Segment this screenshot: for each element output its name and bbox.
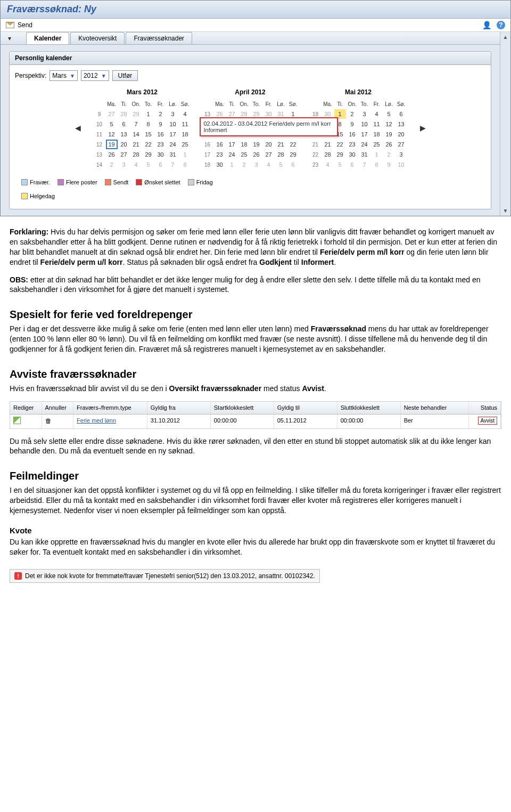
calendar-day[interactable]: 1 (226, 160, 238, 169)
calendar-day[interactable]: 26 (251, 150, 262, 159)
calendar-day[interactable]: 4 (371, 109, 383, 119)
calendar-day[interactable]: 25 (179, 140, 191, 149)
calendar-day[interactable]: 14 (130, 129, 142, 139)
calendar-day[interactable]: 19 (106, 140, 118, 149)
calendar-day[interactable]: 10 (359, 119, 370, 129)
calendar-day[interactable]: 21 (322, 140, 334, 149)
calendar-day[interactable]: 3 (118, 160, 130, 169)
calendar-day[interactable]: 10 (167, 119, 179, 129)
calendar-day[interactable]: 25 (238, 150, 250, 159)
scroll-up-icon[interactable]: ▲ (503, 34, 508, 40)
help-icon[interactable]: ? (497, 21, 505, 29)
calendar-day[interactable]: 2 (155, 109, 167, 119)
calendar-day[interactable]: 22 (334, 140, 346, 149)
calendar-day[interactable]: 29 (130, 109, 142, 119)
next-month-button[interactable]: ▶ (418, 124, 428, 132)
calendar-day[interactable]: 23 (214, 150, 226, 159)
calendar-day[interactable]: 19 (251, 140, 262, 149)
calendar-day[interactable]: 22 (287, 140, 299, 149)
calendar-day[interactable]: 27 (106, 109, 118, 119)
calendar-day[interactable]: 5 (334, 160, 346, 169)
calendar-day[interactable]: 4 (179, 109, 191, 119)
scroll-down-icon[interactable]: ▼ (503, 208, 508, 214)
calendar-day[interactable]: 26 (106, 150, 118, 159)
type-link[interactable]: Ferie med lønn (77, 417, 116, 424)
calendar-day[interactable]: 20 (263, 140, 275, 149)
calendar-day[interactable]: 11 (371, 119, 383, 129)
calendar-day[interactable]: 26 (383, 140, 395, 149)
calendar-day[interactable]: 4 (130, 160, 142, 169)
calendar-day[interactable]: 12 (106, 129, 118, 139)
calendar-day[interactable]: 8 (371, 160, 383, 169)
calendar-day[interactable]: 9 (347, 119, 358, 129)
calendar-day[interactable]: 16 (155, 129, 167, 139)
calendar-day[interactable]: 29 (143, 150, 154, 159)
calendar-day[interactable]: 30 (214, 160, 226, 169)
calendar-day[interactable]: 23 (347, 140, 358, 149)
calendar-day[interactable]: 1 (371, 150, 383, 159)
user-icon[interactable]: 👤 (482, 21, 491, 29)
calendar-day[interactable]: 5 (275, 160, 287, 169)
calendar-day[interactable]: 16 (214, 140, 226, 149)
calendar-day[interactable]: 3 (395, 150, 407, 159)
calendar-day[interactable]: 4 (322, 160, 334, 169)
calendar-day[interactable]: 30 (155, 150, 167, 159)
calendar-day[interactable]: 21 (130, 140, 142, 149)
execute-button[interactable]: Utfør (112, 70, 138, 81)
calendar-day[interactable]: 24 (167, 140, 179, 149)
calendar-day[interactable]: 5 (383, 109, 395, 119)
trash-icon[interactable]: 🗑 (45, 417, 52, 425)
calendar-day[interactable]: 2 (238, 160, 250, 169)
year-dropdown[interactable]: 2012▼ (81, 70, 109, 81)
calendar-day[interactable]: 5 (106, 119, 118, 129)
calendar-day[interactable]: 6 (287, 160, 299, 169)
calendar-day[interactable]: 13 (118, 129, 130, 139)
calendar-day[interactable]: 2 (347, 109, 358, 119)
calendar-day[interactable]: 18 (179, 129, 191, 139)
calendar-day[interactable]: 5 (143, 160, 154, 169)
calendar-day[interactable]: 16 (347, 129, 358, 139)
calendar-day[interactable]: 1 (179, 150, 191, 159)
calendar-day[interactable]: 13 (395, 119, 407, 129)
calendar-day[interactable]: 3 (359, 109, 370, 119)
prev-month-button[interactable]: ◀ (73, 124, 83, 132)
calendar-day[interactable]: 2 (106, 160, 118, 169)
menu-dropdown-icon[interactable]: ▾ (4, 33, 15, 44)
calendar-day[interactable]: 9 (155, 119, 167, 129)
calendar-day[interactable]: 6 (155, 160, 167, 169)
calendar-day[interactable]: 10 (395, 160, 407, 169)
calendar-day[interactable]: 20 (118, 140, 130, 149)
calendar-day[interactable]: 7 (130, 119, 142, 129)
calendar-day[interactable]: 15 (143, 129, 154, 139)
calendar-day[interactable]: 17 (226, 140, 238, 149)
calendar-day[interactable]: 31 (359, 150, 370, 159)
calendar-day[interactable]: 2 (383, 150, 395, 159)
calendar-day[interactable]: 3 (251, 160, 262, 169)
calendar-day[interactable]: 31 (167, 150, 179, 159)
calendar-day[interactable]: 12 (383, 119, 395, 129)
tab-fravaerssoknader[interactable]: Fraværssøknader (126, 32, 192, 44)
calendar-day[interactable]: 27 (118, 150, 130, 159)
calendar-day[interactable]: 28 (130, 150, 142, 159)
month-dropdown[interactable]: Mars▼ (50, 70, 78, 81)
calendar-day[interactable]: 20 (395, 129, 407, 139)
calendar-day[interactable]: 3 (167, 109, 179, 119)
calendar-day[interactable]: 30 (347, 150, 358, 159)
calendar-day[interactable]: 8 (179, 160, 191, 169)
calendar-day[interactable]: 25 (371, 140, 383, 149)
calendar-day[interactable]: 17 (359, 129, 370, 139)
calendar-day[interactable]: 19 (383, 129, 395, 139)
tab-kalender[interactable]: Kalender (26, 32, 69, 44)
calendar-day[interactable]: 27 (263, 150, 275, 159)
calendar-day[interactable]: 18 (371, 129, 383, 139)
calendar-day[interactable]: 28 (118, 109, 130, 119)
calendar-day[interactable]: 28 (275, 150, 287, 159)
calendar-day[interactable]: 8 (143, 119, 154, 129)
calendar-day[interactable]: 9 (383, 160, 395, 169)
calendar-day[interactable]: 6 (395, 109, 407, 119)
calendar-day[interactable]: 18 (238, 140, 250, 149)
calendar-day[interactable]: 23 (155, 140, 167, 149)
calendar-day[interactable]: 24 (359, 140, 370, 149)
calendar-day[interactable]: 6 (118, 119, 130, 129)
calendar-day[interactable]: 4 (263, 160, 275, 169)
